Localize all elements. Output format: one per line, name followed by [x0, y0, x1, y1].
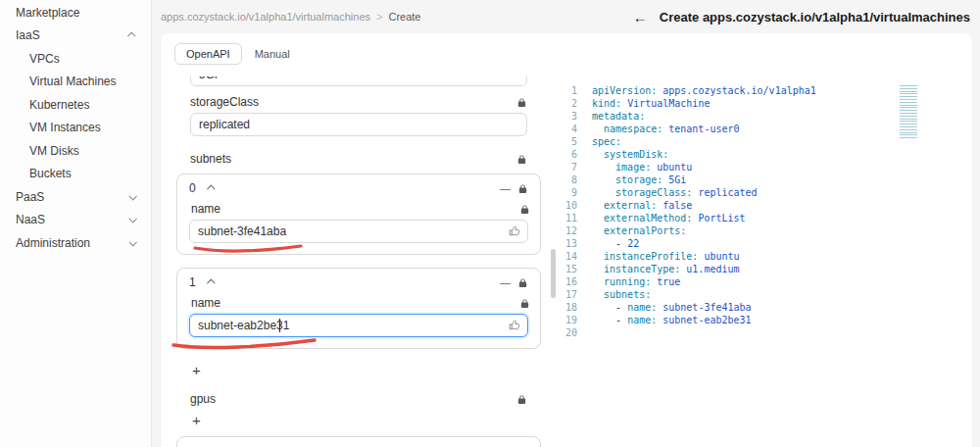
- editor-minimap[interactable]: [900, 85, 917, 138]
- sidebar-item-virtual-machines[interactable]: Virtual Machines: [0, 71, 151, 94]
- sidebar-item-vpcs[interactable]: VPCs: [0, 47, 151, 71]
- lock-icon: [516, 154, 527, 165]
- lock-icon: [516, 97, 527, 108]
- code-line[interactable]: 15 instanceType: u1.medium: [557, 263, 972, 275]
- sidebar-item-label: VPCs: [29, 52, 60, 66]
- subnet-item-0: 0 — name: [176, 174, 541, 255]
- chevron-up-icon: [127, 32, 135, 40]
- code-line[interactable]: 11 externalMethod: PortList: [557, 212, 972, 224]
- page-title: Create apps.cozystack.io/v1alpha1/virtua…: [660, 10, 970, 25]
- code-line[interactable]: 9 storageClass: replicated: [557, 186, 972, 199]
- tab-manual[interactable]: Manual: [244, 44, 301, 64]
- sidebar-item-vm-disks[interactable]: VM Disks: [0, 139, 151, 163]
- lock-icon: [519, 298, 530, 309]
- sidebar-item-paas[interactable]: PaaS: [0, 185, 151, 209]
- field-label-name: name: [191, 296, 220, 310]
- sidebar-item-administration[interactable]: Administration: [0, 231, 151, 255]
- top-bar: apps.cozystack.io/v1alpha1/virtualmachin…: [153, 0, 980, 33]
- line-number: 7: [557, 161, 592, 174]
- subnet-0-name-input[interactable]: [189, 220, 528, 243]
- line-number: 6: [557, 148, 592, 161]
- tab-bar: OpenAPI Manual: [174, 43, 972, 65]
- yaml-editor[interactable]: 1apiVersion: apps.cozystack.io/v1alpha12…: [557, 76, 972, 447]
- sidebar-item-iaas[interactable]: IaaS: [0, 25, 151, 48]
- breadcrumb-path-link[interactable]: apps.cozystack.io/v1alpha1/virtualmachin…: [161, 11, 370, 23]
- sidebar-item-kubernetes[interactable]: Kubernetes: [0, 93, 151, 117]
- chevron-down-icon: [128, 238, 136, 246]
- code-line[interactable]: 12 externalPorts:: [557, 224, 972, 237]
- sidebar-item-label: Kubernetes: [29, 98, 89, 112]
- line-number: 2: [557, 97, 592, 110]
- chevron-down-icon: [128, 192, 136, 200]
- sidebar-item-vm-instances[interactable]: VM Instances: [0, 117, 151, 140]
- section-label-gpus: gpus: [190, 392, 216, 406]
- field-label-name: name: [191, 202, 220, 216]
- line-number: 17: [557, 288, 592, 301]
- code-line[interactable]: 6 systemDisk:: [557, 148, 972, 161]
- line-number: 19: [557, 314, 592, 326]
- code-line[interactable]: 8 storage: 5Gi: [557, 174, 972, 186]
- remove-subnet-1-button[interactable]: —: [500, 277, 511, 288]
- breadcrumb-current: Create: [388, 11, 420, 23]
- sidebar-item-buckets[interactable]: Buckets: [0, 163, 151, 186]
- collapse-chevron-up-icon[interactable]: [207, 184, 215, 192]
- text-cursor: [279, 319, 280, 332]
- sidebar-item-label: Marketplace: [16, 6, 79, 20]
- storageclass-input[interactable]: [190, 113, 527, 136]
- form-scrollbar-thumb[interactable]: [551, 249, 556, 298]
- page-header: ← Create apps.cozystack.io/v1alpha1/virt…: [633, 10, 970, 25]
- storage-input[interactable]: [190, 76, 527, 86]
- thumbs-up-icon[interactable]: [509, 224, 521, 237]
- sidebar-item-label: Virtual Machines: [29, 74, 117, 88]
- line-number: 15: [557, 263, 592, 275]
- sidebar-item-naas[interactable]: NaaS: [0, 209, 151, 232]
- line-number: 13: [557, 237, 592, 250]
- sidebar-item-marketplace[interactable]: Marketplace: [0, 1, 151, 25]
- sidebar: Marketplace IaaS VPCs Virtual Machines K…: [0, 0, 152, 447]
- collapse-chevron-up-icon[interactable]: [207, 278, 215, 286]
- lock-icon: [519, 204, 530, 215]
- line-number: 3: [557, 110, 592, 123]
- back-arrow-icon[interactable]: ←: [633, 10, 648, 25]
- line-number: 5: [557, 135, 592, 148]
- code-line[interactable]: 7 image: ubuntu: [557, 161, 972, 174]
- line-number: 10: [557, 199, 592, 212]
- tab-openapi[interactable]: OpenAPI: [174, 43, 242, 65]
- subnet-1-name-input[interactable]: [189, 314, 528, 337]
- add-gpu-button[interactable]: +: [192, 412, 210, 428]
- chevron-down-icon: [128, 215, 136, 223]
- line-number: 4: [557, 123, 592, 135]
- code-line[interactable]: 20: [557, 326, 972, 339]
- sidebar-item-label: Administration: [16, 236, 90, 250]
- resources-section[interactable]: resources: [176, 436, 541, 447]
- sidebar-item-label: VM Disks: [29, 144, 79, 158]
- line-number: 11: [557, 212, 592, 224]
- line-number: 8: [557, 174, 592, 186]
- sidebar-item-label: VM Instances: [29, 121, 101, 134]
- line-number: 20: [557, 326, 592, 339]
- line-number: 1: [557, 84, 592, 97]
- field-label-storageclass: storageClass: [190, 95, 259, 109]
- remove-subnet-0-button[interactable]: —: [500, 183, 511, 194]
- red-underline-annotation: [172, 336, 317, 351]
- sidebar-item-label: PaaS: [16, 190, 44, 204]
- sidebar-item-label: IaaS: [16, 28, 40, 42]
- add-subnet-button[interactable]: +: [192, 362, 210, 378]
- line-number: 12: [557, 224, 592, 237]
- code-line[interactable]: 18 - name: subnet-3fe41aba: [557, 301, 972, 314]
- code-line[interactable]: 17 subnets:: [557, 288, 972, 301]
- code-line[interactable]: 19 - name: subnet-eab2be31: [557, 314, 972, 326]
- lock-icon: [517, 277, 528, 288]
- main-area: apps.cozystack.io/v1alpha1/virtualmachin…: [153, 0, 980, 447]
- lock-icon: [517, 183, 528, 194]
- sidebar-item-label: NaaS: [16, 213, 45, 226]
- code-line[interactable]: 13 - 22: [557, 237, 972, 250]
- subnet-index: 0: [189, 181, 196, 195]
- code-line[interactable]: 14 instanceProfile: ubuntu: [557, 250, 972, 263]
- code-line[interactable]: 16 running: true: [557, 275, 972, 288]
- line-number: 14: [557, 250, 592, 263]
- content-card: OpenAPI Manual storageClass subnets: [161, 33, 972, 447]
- thumbs-up-icon[interactable]: [509, 319, 521, 331]
- code-line[interactable]: 10 external: false: [557, 199, 972, 212]
- editor-body: storageClass subnets 0: [161, 76, 972, 447]
